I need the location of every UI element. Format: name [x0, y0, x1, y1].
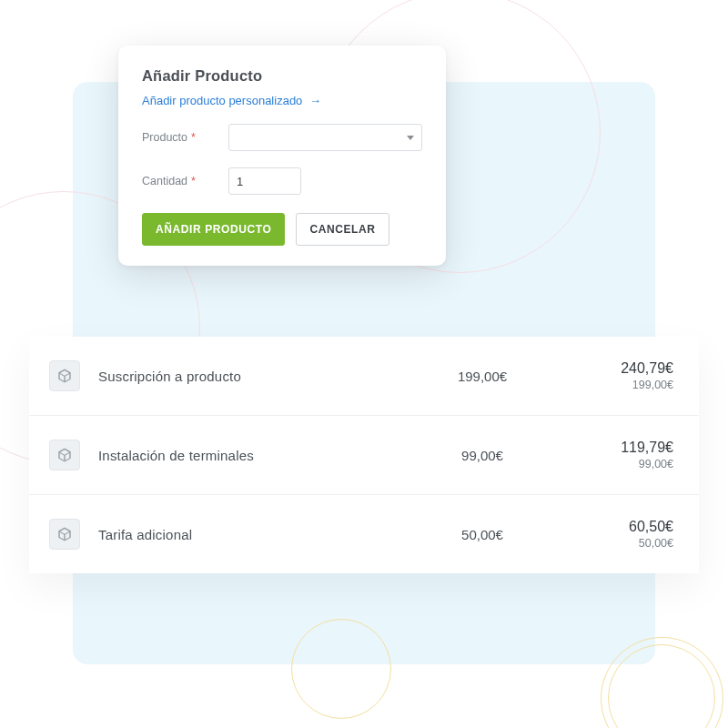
product-unit-price: 50,00€ — [419, 527, 546, 542]
product-total-gross: 60,50€ — [564, 519, 673, 535]
quantity-label-text: Cantidad — [142, 175, 187, 187]
quantity-input[interactable] — [228, 167, 301, 195]
product-totals: 119,79€ 99,00€ — [564, 440, 673, 470]
product-unit-price: 199,00€ — [419, 369, 546, 384]
product-list: Suscripción a producto 199,00€ 240,79€ 1… — [29, 337, 699, 573]
product-totals: 240,79€ 199,00€ — [564, 360, 673, 391]
product-name: Suscripción a producto — [98, 369, 400, 384]
product-total-gross: 119,79€ — [564, 440, 673, 456]
product-label: Producto * — [142, 131, 228, 144]
product-total-gross: 240,79€ — [564, 360, 673, 377]
card-title: Añadir Producto — [142, 67, 422, 85]
decorative-circle — [291, 619, 391, 719]
chevron-down-icon — [407, 136, 414, 140]
cancel-button[interactable]: CANCELAR — [296, 213, 389, 246]
required-mark: * — [191, 175, 196, 187]
product-unit-price: 99,00€ — [419, 448, 546, 463]
submit-button[interactable]: AÑADIR PRODUCTO — [142, 213, 285, 246]
product-name: Instalación de terminales — [98, 448, 400, 463]
product-total-net: 99,00€ — [564, 458, 673, 470]
add-custom-product-text: Añadir producto personalizado — [142, 94, 302, 107]
quantity-label: Cantidad * — [142, 175, 228, 187]
add-product-card: Añadir Producto Añadir producto personal… — [118, 46, 446, 266]
product-total-net: 199,00€ — [564, 379, 673, 391]
card-actions: AÑADIR PRODUCTO CANCELAR — [142, 213, 422, 246]
list-item[interactable]: Instalación de terminales 99,00€ 119,79€… — [29, 416, 699, 495]
product-select[interactable] — [228, 124, 422, 151]
product-name: Tarifa adicional — [98, 527, 400, 542]
package-icon — [49, 360, 80, 391]
product-label-text: Producto — [142, 131, 187, 144]
package-icon — [49, 519, 80, 550]
quantity-row: Cantidad * — [142, 167, 422, 195]
list-item[interactable]: Tarifa adicional 50,00€ 60,50€ 50,00€ — [29, 495, 699, 573]
arrow-right-icon: → — [309, 94, 321, 107]
package-icon — [49, 440, 80, 470]
required-mark: * — [191, 131, 196, 144]
product-total-net: 50,00€ — [564, 537, 673, 550]
product-totals: 60,50€ 50,00€ — [564, 519, 673, 550]
product-row: Producto * — [142, 124, 422, 151]
list-item[interactable]: Suscripción a producto 199,00€ 240,79€ 1… — [29, 337, 699, 416]
add-custom-product-link[interactable]: Añadir producto personalizado → — [142, 94, 422, 107]
